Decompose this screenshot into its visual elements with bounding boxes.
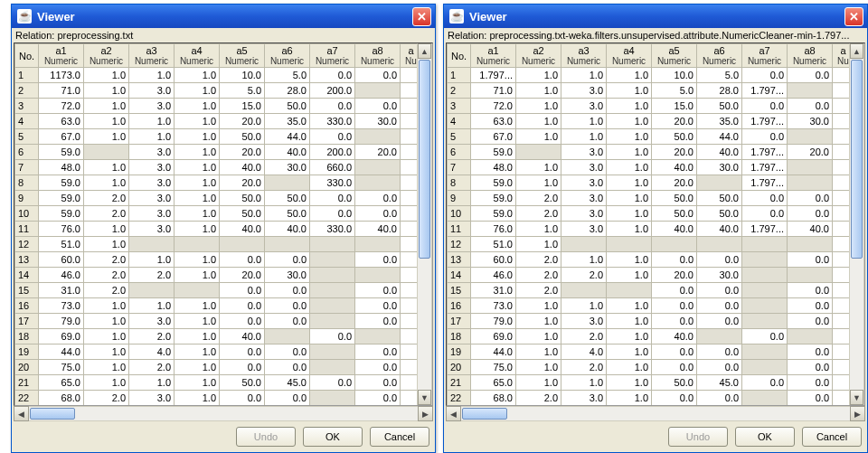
data-cell[interactable] — [833, 268, 850, 283]
scroll-track[interactable] — [29, 406, 418, 421]
data-cell[interactable] — [401, 191, 418, 206]
data-cell[interactable] — [310, 314, 355, 329]
data-cell[interactable]: 660.0 — [310, 160, 355, 175]
data-cell[interactable] — [833, 298, 850, 314]
data-cell[interactable] — [401, 68, 418, 83]
data-cell[interactable]: 1.0 — [561, 252, 607, 268]
data-cell[interactable] — [401, 99, 418, 114]
data-cell[interactable]: 51.0 — [471, 237, 516, 252]
table-row[interactable]: 1360.02.01.01.00.00.00.0 — [448, 252, 850, 268]
data-cell[interactable]: 0.0 — [788, 252, 833, 268]
data-cell[interactable]: 1.0 — [607, 160, 652, 175]
data-cell[interactable]: 20.0 — [220, 175, 265, 191]
data-cell[interactable] — [697, 175, 742, 191]
data-cell[interactable]: 3.0 — [129, 222, 175, 237]
data-cell[interactable]: 2.0 — [516, 391, 561, 406]
data-cell[interactable]: 3.0 — [561, 175, 607, 191]
data-cell[interactable]: 1.0 — [607, 175, 652, 191]
data-cell[interactable]: 1.0 — [516, 68, 561, 83]
data-cell[interactable]: 63.0 — [471, 114, 516, 129]
data-cell[interactable]: 20.0 — [652, 145, 697, 160]
data-cell[interactable]: 10.0 — [220, 68, 265, 83]
data-cell[interactable]: 3.0 — [561, 145, 607, 160]
table-row[interactable]: 659.03.01.020.040.0200.020.0 — [15, 145, 418, 160]
data-cell[interactable]: 1.0 — [175, 344, 220, 360]
column-header[interactable]: No. — [15, 44, 39, 68]
data-cell[interactable]: 2.0 — [84, 191, 129, 206]
scroll-down-icon[interactable]: ▼ — [850, 390, 863, 405]
data-cell[interactable]: 1.0 — [607, 360, 652, 375]
data-cell[interactable]: 40.0 — [697, 222, 742, 237]
data-cell[interactable] — [788, 83, 833, 99]
data-cell[interactable]: 1.0 — [607, 68, 652, 83]
scroll-left-icon[interactable]: ◀ — [446, 406, 461, 421]
data-cell[interactable]: 1.0 — [516, 175, 561, 191]
data-cell[interactable]: 69.0 — [39, 329, 84, 344]
data-cell[interactable]: 1.0 — [175, 329, 220, 344]
data-cell[interactable]: 31.0 — [39, 283, 84, 298]
data-cell[interactable]: 20.0 — [355, 145, 401, 160]
data-cell[interactable]: 1.0 — [561, 375, 607, 391]
data-cell[interactable]: 1.0 — [607, 83, 652, 99]
data-cell[interactable]: 1.0 — [516, 83, 561, 99]
data-cell[interactable]: 1.0 — [516, 129, 561, 145]
data-cell[interactable]: 0.0 — [265, 298, 310, 314]
data-cell[interactable]: 0.0 — [355, 344, 401, 360]
table-row[interactable]: 1176.01.03.01.040.040.01.797...40.0 — [448, 222, 850, 237]
data-cell[interactable]: 0.0 — [742, 68, 788, 83]
data-cell[interactable]: 44.0 — [471, 344, 516, 360]
data-cell[interactable] — [355, 175, 401, 191]
data-cell[interactable]: 1.0 — [561, 129, 607, 145]
data-cell[interactable]: 3.0 — [129, 99, 175, 114]
data-cell[interactable] — [401, 222, 418, 237]
data-cell[interactable]: 0.0 — [788, 344, 833, 360]
data-cell[interactable]: 60.0 — [39, 252, 84, 268]
data-cell[interactable] — [788, 129, 833, 145]
column-header[interactable]: No. — [448, 44, 471, 68]
data-cell[interactable]: 2.0 — [516, 206, 561, 222]
data-cell[interactable]: 1.0 — [175, 129, 220, 145]
data-cell[interactable] — [833, 222, 850, 237]
data-cell[interactable]: 1.0 — [516, 222, 561, 237]
table-row[interactable]: 2075.01.02.01.00.00.00.0 — [448, 360, 850, 375]
data-cell[interactable]: 1.0 — [84, 360, 129, 375]
data-cell[interactable]: 73.0 — [39, 298, 84, 314]
data-cell[interactable]: 1.0 — [84, 114, 129, 129]
data-cell[interactable] — [401, 160, 418, 175]
data-cell[interactable]: 0.0 — [697, 391, 742, 406]
data-cell[interactable]: 0.0 — [355, 68, 401, 83]
data-cell[interactable] — [401, 360, 418, 375]
column-header[interactable]: a6Numeric — [265, 44, 310, 68]
data-cell[interactable]: 1.0 — [129, 252, 175, 268]
table-row[interactable]: 1673.01.01.01.00.00.00.0 — [15, 298, 418, 314]
data-cell[interactable]: 50.0 — [220, 191, 265, 206]
data-cell[interactable] — [833, 160, 850, 175]
data-cell[interactable]: 2.0 — [561, 268, 607, 283]
data-cell[interactable]: 1.0 — [175, 268, 220, 283]
data-cell[interactable]: 60.0 — [471, 252, 516, 268]
data-cell[interactable] — [310, 360, 355, 375]
data-cell[interactable]: 72.0 — [39, 99, 84, 114]
vertical-scrollbar[interactable]: ▲▼ — [849, 43, 864, 405]
data-cell[interactable]: 59.0 — [471, 206, 516, 222]
data-cell[interactable]: 3.0 — [561, 99, 607, 114]
data-cell[interactable]: 4.0 — [129, 344, 175, 360]
table-row[interactable]: 567.01.01.01.050.044.00.0 — [15, 129, 418, 145]
data-cell[interactable]: 2.0 — [516, 252, 561, 268]
table-row[interactable]: 1446.02.02.01.020.030.0 — [448, 268, 850, 283]
scroll-up-icon[interactable]: ▲ — [418, 43, 431, 59]
data-cell[interactable]: 59.0 — [471, 145, 516, 160]
data-cell[interactable] — [310, 344, 355, 360]
data-cell[interactable]: 40.0 — [355, 222, 401, 237]
data-cell[interactable]: 1.0 — [175, 68, 220, 83]
data-cell[interactable]: 40.0 — [220, 222, 265, 237]
table-row[interactable]: 1251.01.0 — [15, 237, 418, 252]
table-row[interactable]: 271.01.03.01.05.028.0200.0 — [15, 83, 418, 99]
data-cell[interactable]: 65.0 — [471, 375, 516, 391]
data-cell[interactable]: 1.0 — [175, 99, 220, 114]
data-cell[interactable]: 71.0 — [471, 83, 516, 99]
data-cell[interactable]: 46.0 — [471, 268, 516, 283]
data-cell[interactable]: 20.0 — [652, 175, 697, 191]
data-cell[interactable] — [175, 283, 220, 298]
horizontal-scrollbar[interactable]: ◀▶ — [14, 406, 433, 421]
